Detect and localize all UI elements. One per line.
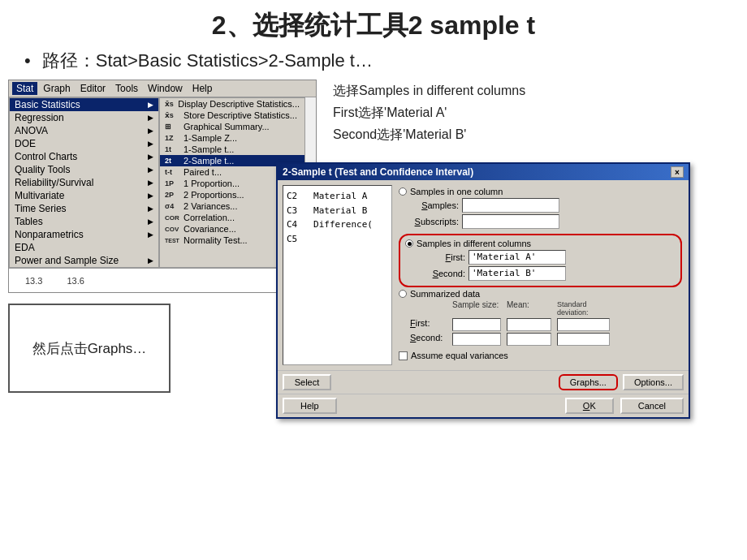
1z-icon: 1Z bbox=[165, 134, 181, 142]
menu-item-tables[interactable]: Tables ▶ bbox=[10, 215, 158, 228]
arrow-icon: ▶ bbox=[148, 179, 153, 187]
menu-item-regression[interactable]: Regression ▶ bbox=[10, 111, 158, 124]
sum-second-mean[interactable] bbox=[507, 333, 551, 346]
subscripts-input[interactable] bbox=[462, 214, 559, 229]
cor-icon: COR bbox=[165, 214, 181, 222]
samples-field-row: Samples: bbox=[410, 198, 682, 213]
menu-item-nonparametrics[interactable]: Nonparametrics ▶ bbox=[10, 228, 158, 241]
annotation-line3: Second选择'Material B' bbox=[333, 123, 731, 145]
menu-item-eda[interactable]: EDA bbox=[10, 241, 158, 254]
dialog-titlebar: 2-Sample t (Test and Confidence Interval… bbox=[278, 164, 689, 180]
cancel-button[interactable]: Cancel bbox=[620, 398, 684, 414]
var-icon: σ4 bbox=[165, 202, 181, 210]
paired-icon: t-t bbox=[165, 168, 181, 176]
menu-item-power[interactable]: Power and Sample Size ▶ bbox=[10, 254, 158, 267]
summarized-first-row: First: bbox=[410, 318, 682, 331]
second-input[interactable]: 'Material B' bbox=[468, 266, 566, 281]
sum-first-sd[interactable] bbox=[557, 318, 610, 331]
subscripts-label: Subscripts: bbox=[410, 217, 459, 226]
menu-help[interactable]: Help bbox=[188, 82, 217, 95]
dialog-close-button[interactable]: × bbox=[671, 166, 684, 178]
one-column-section: Samples in one column Samples: Subscript… bbox=[399, 187, 682, 229]
subscripts-field-row: Subscripts: bbox=[410, 214, 682, 229]
submenu-1-sample-z[interactable]: 1Z 1-Sample Z... bbox=[160, 132, 304, 144]
submenu-graphical-summary[interactable]: ⊞ Graphical Summary... bbox=[160, 121, 304, 132]
graphs-button[interactable]: Graphs... bbox=[559, 374, 618, 390]
options-button[interactable]: Options... bbox=[623, 374, 684, 390]
note-text: 然后点击Graphs… bbox=[32, 339, 147, 358]
dialog-options: Samples in one column Samples: Subscript… bbox=[397, 185, 684, 365]
first-field-row: First: 'Material A' bbox=[417, 250, 676, 265]
dialog-footer: Help OK Cancel bbox=[278, 394, 689, 417]
radio-summarized-label[interactable]: Summarized data bbox=[399, 289, 682, 299]
equal-variances-checkbox[interactable] bbox=[399, 351, 408, 360]
sum-first-mean[interactable] bbox=[507, 318, 551, 331]
var-item-c3: C3 Material B bbox=[287, 204, 388, 218]
annotation-line1: 选择Samples in different columns bbox=[333, 80, 731, 101]
menu-item-anova[interactable]: ANOVA ▶ bbox=[10, 124, 158, 137]
radio-summarized-input[interactable] bbox=[399, 290, 407, 298]
menu-item-time-series[interactable]: Time Series ▶ bbox=[10, 202, 158, 215]
two-sample-t-dialog: 2-Sample t (Test and Confidence Interval… bbox=[276, 162, 690, 419]
menu-stat[interactable]: Stat bbox=[12, 82, 37, 95]
right-buttons: Graphs... Options... bbox=[559, 374, 684, 390]
dialog-button-row: Select Graphs... Options... bbox=[278, 370, 689, 394]
equal-variances-row: Assume equal variances bbox=[399, 351, 682, 360]
arrow-icon: ▶ bbox=[148, 218, 153, 226]
samples-input[interactable] bbox=[462, 198, 559, 213]
annotation-line2: First选择'Material A' bbox=[333, 101, 731, 123]
menu-window[interactable]: Window bbox=[144, 82, 187, 95]
arrow-icon: ▶ bbox=[148, 101, 153, 109]
subtitle: • 路径：Stat>Basic Statistics>2-Sample t… bbox=[0, 47, 747, 80]
arrow-icon: ▶ bbox=[148, 166, 153, 174]
help-button[interactable]: Help bbox=[283, 398, 337, 414]
minitab-screenshot: Stat Graph Editor Tools Window Help Basi… bbox=[8, 80, 317, 293]
menu-item-multivariate[interactable]: Multivariate ▶ bbox=[10, 189, 158, 202]
menu-graph[interactable]: Graph bbox=[39, 82, 74, 95]
samples-label: Samples: bbox=[410, 200, 459, 210]
dialog-title: 2-Sample t (Test and Confidence Interval… bbox=[283, 166, 473, 178]
radio-diff-col-label[interactable]: Samples in different columns bbox=[405, 239, 676, 248]
note-box: 然后点击Graphs… bbox=[8, 304, 171, 393]
radio-one-col-input[interactable] bbox=[399, 187, 407, 196]
sum-first-size[interactable] bbox=[452, 318, 501, 331]
menu-item-reliability[interactable]: Reliability/Survival ▶ bbox=[10, 176, 158, 189]
test-icon: TEST bbox=[165, 238, 181, 243]
menu-dropdown: Basic Statistics ▶ Regression ▶ ANOVA ▶ … bbox=[9, 97, 316, 268]
page-title: 2、选择统计工具2 sample t bbox=[0, 0, 747, 47]
arrow-icon: ▶ bbox=[148, 127, 153, 135]
sum-second-sd[interactable] bbox=[557, 333, 610, 346]
arrow-icon: ▶ bbox=[148, 256, 153, 265]
cell-value-2: 13.6 bbox=[67, 276, 84, 286]
menu-editor[interactable]: Editor bbox=[76, 82, 110, 95]
submenu-1-sample-t[interactable]: 1t 1-Sample t... bbox=[160, 144, 304, 155]
ok-button[interactable]: OK bbox=[565, 398, 614, 414]
first-input[interactable]: 'Material A' bbox=[468, 250, 566, 265]
second-label: Second: bbox=[417, 269, 465, 278]
var-item-c4: C4 Difference( bbox=[287, 218, 388, 232]
menu-item-basic-statistics[interactable]: Basic Statistics ▶ bbox=[10, 98, 158, 111]
arrow-icon: ▶ bbox=[148, 114, 153, 122]
arrow-icon: ▶ bbox=[148, 140, 153, 148]
menu-bar: Stat Graph Editor Tools Window Help bbox=[9, 80, 316, 97]
second-field-row: Second: 'Material B' bbox=[417, 266, 676, 281]
menu-tools[interactable]: Tools bbox=[111, 82, 142, 95]
submenu-display-descriptive[interactable]: x̄s Display Descriptive Statistics... bbox=[160, 98, 304, 110]
menu-item-control-charts[interactable]: Control Charts ▶ bbox=[10, 150, 158, 163]
spreadsheet: 13.3 13.6 bbox=[9, 268, 316, 292]
dialog-body: C2 Material A C3 Material B C4 Differenc… bbox=[278, 180, 689, 370]
radio-diff-col-input[interactable] bbox=[405, 239, 413, 248]
2p-icon: 2P bbox=[165, 191, 181, 199]
sum-second-size[interactable] bbox=[452, 333, 501, 346]
submenu-store-descriptive[interactable]: x̄s Store Descriptive Statistics... bbox=[160, 110, 304, 121]
cell-value-1: 13.3 bbox=[25, 276, 42, 286]
equal-variances-label: Assume equal variances bbox=[411, 351, 508, 360]
arrow-icon: ▶ bbox=[148, 230, 153, 239]
select-button[interactable]: Select bbox=[283, 374, 331, 390]
radio-one-col-label[interactable]: Samples in one column bbox=[399, 187, 682, 196]
menu-item-doe[interactable]: DOE ▶ bbox=[10, 137, 158, 150]
first-label: First: bbox=[417, 252, 465, 262]
arrow-icon: ▶ bbox=[148, 205, 153, 213]
summarized-headers: Sample size: Mean: Standard deviation: bbox=[410, 300, 682, 317]
menu-item-quality-tools[interactable]: Quality Tools ▶ bbox=[10, 163, 158, 176]
